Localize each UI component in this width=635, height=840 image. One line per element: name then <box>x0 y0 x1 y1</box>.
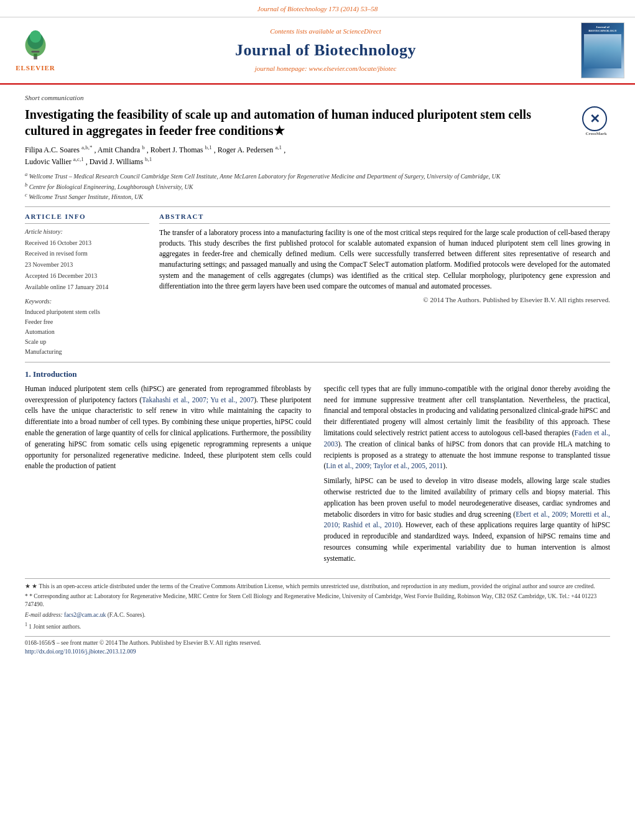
page: Journal of Biotechnology 173 (2014) 53–5… <box>0 0 635 840</box>
ref-lin: Lin et al., 2009; Taylor et al., 2005, 2… <box>326 462 443 469</box>
intro-para-3: Similarly, hiPSC can be used to develop … <box>324 476 611 565</box>
article-history-label: Article history: <box>25 228 149 236</box>
date-online: Available online 17 January 2014 <box>25 282 149 292</box>
cover-title: Journal of BIOTECHNOLOGY <box>588 25 617 33</box>
footnote-email: E-mail address: facs2@cam.ac.uk (F.A.C. … <box>25 611 610 619</box>
journal-top-bar: Journal of Biotechnology 173 (2014) 53–5… <box>0 0 635 17</box>
footnote-area: ★ ★ This is an open-access article distr… <box>25 578 610 632</box>
date-received: Received 16 October 2013 <box>25 238 149 248</box>
bottom-bar: 0168-1656/$ – see front matter © 2014 Th… <box>25 636 610 656</box>
keyword-1: Induced pluripotent stem cells <box>25 307 149 317</box>
body-col-left: Human induced pluripotent stem cells (hi… <box>25 384 312 568</box>
body-col-right: specific cell types that are fully immun… <box>324 384 611 568</box>
issn-line: 0168-1656/$ – see front matter © 2014 Th… <box>25 639 610 647</box>
footnote-joint: 1 1 Joint senior authors. <box>25 621 610 631</box>
main-content: Short communication Investigating the fe… <box>0 85 635 661</box>
email-link[interactable]: facs2@cam.ac.uk <box>64 612 106 618</box>
doi-link[interactable]: http://dx.doi.org/10.1016/j.jbiotec.2013… <box>25 648 136 655</box>
keyword-4: Scale up <box>25 337 149 347</box>
journal-title: Journal of Biotechnology <box>235 39 416 62</box>
keywords-title: Keywords: <box>25 297 149 306</box>
journal-homepage: journal homepage: www.elsevier.com/locat… <box>255 64 397 73</box>
affiliations: a Wellcome Trust – Medical Research Coun… <box>25 171 610 201</box>
paper-title: Investigating the feasibility of scale u… <box>25 106 610 139</box>
crossmark-text: CrossMark <box>582 131 610 137</box>
sciencedirect-link-text[interactable]: ScienceDirect <box>343 27 381 35</box>
keywords-section: Keywords: Induced pluripotent stem cells… <box>25 297 149 357</box>
divider-2 <box>25 362 610 362</box>
keyword-2: Feeder free <box>25 317 149 327</box>
footnote-corresponding: * * Corresponding author at: Laboratory … <box>25 593 610 609</box>
date-accepted: Accepted 16 December 2013 <box>25 270 149 281</box>
keyword-5: Manufacturing <box>25 347 149 357</box>
body-two-col: Human induced pluripotent stem cells (hi… <box>25 384 610 568</box>
intro-para-1: Human induced pluripotent stem cells (hi… <box>25 384 312 473</box>
crossmark-x-icon: ✕ <box>590 111 600 127</box>
svg-point-3 <box>30 30 41 42</box>
article-info-header: ARTICLE INFO <box>25 212 149 223</box>
elsevier-label: ELSEVIER <box>16 63 55 73</box>
elsevier-logo: ELSEVIER <box>7 22 63 78</box>
footnote-star: ★ ★ This is an open-access article distr… <box>25 583 610 591</box>
article-info-col: ARTICLE INFO Article history: Received 1… <box>25 212 149 356</box>
affiliation-b: b Centre for Biological Engineering, Lou… <box>25 182 610 192</box>
section-type: Short communication <box>25 93 610 103</box>
keyword-3: Automation <box>25 327 149 337</box>
journal-cover: Journal of BIOTECHNOLOGY <box>578 22 628 78</box>
ref-takahashi: Takahashi et al., 2007; Yu et al., 2007 <box>142 396 254 404</box>
abstract-text: The transfer of a laboratory process int… <box>159 228 610 292</box>
abstract-header: ABSTRACT <box>159 212 610 223</box>
abstract-copyright: © 2014 The Authors. Published by Elsevie… <box>159 295 610 305</box>
affiliation-c: c Wellcome Trust Sanger Institute, Hinxt… <box>25 192 610 201</box>
authors-line: Filipa A.C. Soares a,b,* , Amit Chandra … <box>25 144 610 167</box>
cover-box: Journal of BIOTECHNOLOGY <box>581 22 624 78</box>
journal-citation-link[interactable]: Journal of Biotechnology 173 (2014) 53–5… <box>257 5 378 12</box>
homepage-url[interactable]: www.elsevier.com/locate/jbiotec <box>308 65 396 72</box>
introduction-heading: 1. Introduction <box>25 369 610 380</box>
header-area: ELSEVIER Contents lists available at Sci… <box>0 17 635 85</box>
svg-rect-4 <box>32 50 40 52</box>
date-revised-label: Received in revised form <box>25 248 149 259</box>
divider-1 <box>25 206 610 207</box>
intro-para-2: specific cell types that are fully immun… <box>324 384 611 473</box>
header-center: Contents lists available at ScienceDirec… <box>73 22 578 78</box>
ref-faden: Faden et al., 2003 <box>324 429 611 448</box>
doi-line: http://dx.doi.org/10.1016/j.jbiotec.2013… <box>25 648 610 656</box>
elsevier-tree-icon <box>17 28 54 62</box>
sciencedirect-line: Contents lists available at ScienceDirec… <box>270 27 381 36</box>
abstract-col: ABSTRACT The transfer of a laboratory pr… <box>159 212 610 356</box>
crossmark-badge: ✕ CrossMark <box>582 106 610 134</box>
affiliation-a: a Wellcome Trust – Medical Research Coun… <box>25 171 610 181</box>
date-revised: 23 November 2013 <box>25 259 149 270</box>
article-info-abstract-row: ARTICLE INFO Article history: Received 1… <box>25 212 610 356</box>
crossmark-circle: ✕ <box>582 106 607 131</box>
ref-ebert: Ebert et al., 2009; Moretti et al., 2010… <box>324 510 611 529</box>
